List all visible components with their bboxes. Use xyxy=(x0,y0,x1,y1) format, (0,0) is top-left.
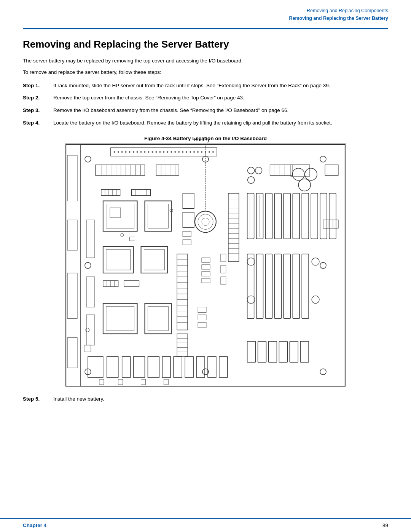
svg-point-6 xyxy=(129,151,131,153)
svg-point-14 xyxy=(159,151,161,153)
figure-section: Figure 4-34 Battery Location on the I/O … xyxy=(23,136,388,388)
footer-chapter: Chapter 4 xyxy=(23,522,46,528)
battery-label: Battery xyxy=(194,137,210,142)
intro-para-1: The server battery may be replaced by re… xyxy=(23,57,388,65)
step-2-label: Step 2. xyxy=(23,94,53,102)
step-4-text: Locate the battery on the I/O baseboard.… xyxy=(53,119,388,127)
figure-container: Battery xyxy=(65,144,346,387)
svg-point-19 xyxy=(178,151,180,153)
svg-point-9 xyxy=(140,151,142,153)
page: Removing and Replacing Components Removi… xyxy=(0,0,411,532)
page-title: Removing and Replacing the Server Batter… xyxy=(23,38,388,50)
svg-point-5 xyxy=(125,151,127,153)
svg-point-8 xyxy=(137,151,138,153)
svg-point-28 xyxy=(212,151,214,153)
svg-point-17 xyxy=(170,151,172,153)
breadcrumb-top: Removing and Replacing Components xyxy=(23,7,388,14)
breadcrumb-current: Removing and Replacing the Server Batter… xyxy=(23,14,388,22)
io-board-diagram xyxy=(65,144,346,387)
svg-point-12 xyxy=(151,151,153,153)
step-1-label: Step 1. xyxy=(23,82,53,90)
svg-point-10 xyxy=(144,151,146,153)
svg-point-18 xyxy=(174,151,176,153)
svg-point-23 xyxy=(193,151,195,153)
step-4: Step 4. Locate the battery on the I/O ba… xyxy=(23,119,388,127)
svg-point-25 xyxy=(201,151,202,153)
steps-list: Step 1. If rack mounted, slide the HP se… xyxy=(23,82,388,128)
step-1: Step 1. If rack mounted, slide the HP se… xyxy=(23,82,388,90)
svg-point-21 xyxy=(186,151,187,153)
svg-point-11 xyxy=(148,151,149,153)
svg-point-7 xyxy=(133,151,134,153)
step-5-label: Step 5. xyxy=(23,395,53,403)
svg-point-27 xyxy=(209,151,210,153)
svg-point-2 xyxy=(114,151,115,153)
svg-point-13 xyxy=(155,151,157,153)
main-content: Removing and Replacing the Server Batter… xyxy=(0,29,411,518)
step-2: Step 2. Remove the top cover from the ch… xyxy=(23,94,388,102)
svg-point-15 xyxy=(163,151,164,153)
intro-para-2: To remove and replace the server battery… xyxy=(23,69,388,76)
step-5-text: Install the new battery. xyxy=(53,395,388,403)
step-1-text: If rack mounted, slide the HP server out… xyxy=(53,82,388,90)
step-3-text: Remove the I/O baseboard assembly from t… xyxy=(53,107,388,115)
footer-page-number: 89 xyxy=(382,522,388,528)
svg-point-4 xyxy=(121,151,123,153)
svg-point-16 xyxy=(167,151,168,153)
footer-bar: Chapter 4 89 xyxy=(0,518,411,532)
step-5: Step 5. Install the new battery. xyxy=(23,395,388,403)
step-3-label: Step 3. xyxy=(23,107,53,115)
svg-point-24 xyxy=(197,151,199,153)
svg-point-20 xyxy=(182,151,183,153)
svg-point-22 xyxy=(190,151,191,153)
header-nav: Removing and Replacing Components Removi… xyxy=(0,0,411,25)
step-2-text: Remove the top cover from the chassis. S… xyxy=(53,94,388,102)
step-3: Step 3. Remove the I/O baseboard assembl… xyxy=(23,107,388,115)
step-4-label: Step 4. xyxy=(23,119,53,127)
svg-point-3 xyxy=(118,151,119,153)
